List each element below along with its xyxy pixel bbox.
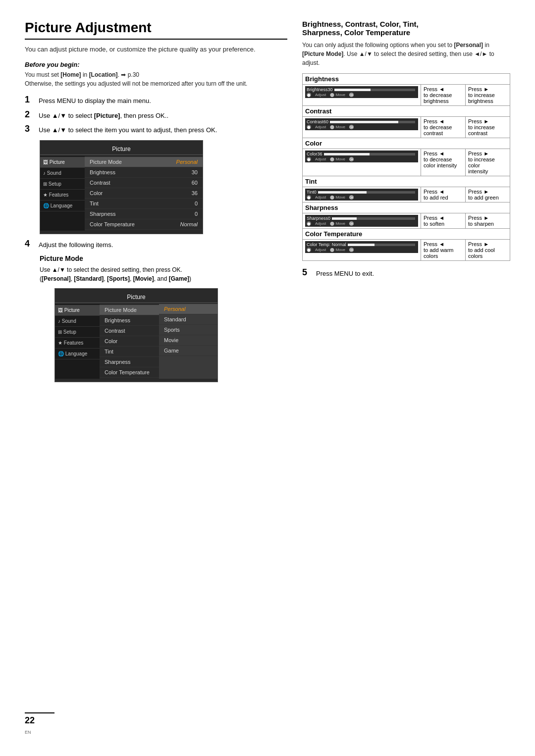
brightness-row: Brightness30 ⬤Adjust ⬤ Move OK Press ◄to… (303, 85, 510, 106)
tint-press-right: Press ►to add green (466, 187, 510, 202)
step-number-1: 1 (25, 95, 39, 105)
sidebar-picture: 🖼 Picture (40, 157, 85, 168)
before-begin-label: Before you begin: (25, 61, 287, 68)
menu-screenshot-2: Picture 🖼 Picture ♪ Sound ⊞ Setup ★ Feat… (54, 288, 218, 382)
picture-mode-section: Picture Mode Use ▲/▼ to select the desir… (40, 254, 287, 382)
menu-row-tint: Tint0 (85, 199, 203, 209)
sharpness-label: Sharpness (303, 202, 510, 213)
color-press-left: Press ◄to decreasecolor intensity (421, 149, 466, 176)
step-text-5: Press MENU to exit. (316, 269, 510, 279)
step-number-2: 2 (25, 109, 39, 120)
menu-sidebar-1: 🖼 Picture ♪ Sound ⊞ Setup ★ Features 🌐 L… (40, 156, 85, 231)
sidebar2-sound: ♪ Sound (55, 316, 100, 327)
step-text-3: Use ▲/▼ to select the item you want to a… (39, 125, 287, 135)
tint-label: Tint (303, 176, 510, 187)
step-2: 2 Use ▲/▼ to select [Picture], then pres… (25, 111, 287, 121)
color-temp-label-row: Color Temperature (303, 229, 510, 240)
menu2-contrast: Contrast (100, 326, 159, 336)
sharpness-row: Sharpness0 ⬤Adjust ⬤ Move OK Press ◄to s… (303, 213, 510, 229)
contrast-label: Contrast (303, 106, 510, 117)
menu-row-contrast: Contrast60 (85, 178, 203, 188)
menu-body-1: 🖼 Picture ♪ Sound ⊞ Setup ★ Features 🌐 L… (40, 156, 203, 231)
step-3: 3 Use ▲/▼ to select the item you want to… (25, 125, 287, 135)
contrast-row: Contrast60 ⬤Adjust ⬤ Move OK Press ◄to d… (303, 117, 510, 138)
step-5: 5 Press MENU to exit. (302, 269, 510, 279)
brightness-label-row: Brightness (303, 74, 510, 85)
tint-press-left: Press ◄to add red (421, 187, 466, 202)
tint-mini: Tint0 ⬤Adjust ⬤ Move OK (303, 187, 421, 202)
option-standard: Standard (159, 314, 217, 325)
step-text-2: Use ▲/▼ to select [Picture], then press … (39, 111, 287, 121)
color-label: Color (303, 138, 510, 149)
right-section-heading: Brightness, Contrast, Color, Tint,Sharpn… (302, 20, 510, 37)
option-personal: Personal (159, 304, 217, 314)
menu-header-2: Picture (55, 292, 217, 303)
step-number-3: 3 (25, 124, 39, 134)
menu2-brightness: Brightness (100, 315, 159, 326)
option-game: Game (159, 346, 217, 356)
color-press-right: Press ►to increase colorintensity (466, 149, 510, 176)
picture-mode-text: Use ▲/▼ to select the desired setting, t… (40, 265, 287, 283)
sidebar2-features: ★ Features (55, 338, 100, 349)
menu-screenshot-1: Picture 🖼 Picture ♪ Sound ⊞ Setup ★ Feat… (40, 140, 203, 234)
sidebar-language: 🌐 Language (40, 201, 85, 211)
sharpness-press-left: Press ◄to soften (421, 213, 466, 229)
page-number: 22 EN (25, 712, 54, 736)
menu2-picture-mode: Picture Mode (100, 305, 159, 315)
before-begin-text: You must set [Home] in [Location]. ➡ p.3… (25, 70, 287, 88)
option-movie: Movie (159, 335, 217, 346)
brightness-press-left: Press ◄to decreasebrightness (421, 85, 466, 106)
menu2-color-temp: Color Temperature (100, 367, 159, 378)
sharpness-mini: Sharpness0 ⬤Adjust ⬤ Move OK (303, 213, 421, 229)
sidebar2-picture: 🖼 Picture (55, 305, 100, 316)
page-title: Picture Adjustment (25, 20, 287, 40)
sidebar-sound: ♪ Sound (40, 168, 85, 179)
tint-row: Tint0 ⬤Adjust ⬤ Move OK Press ◄to add re… (303, 187, 510, 202)
sidebar2-language: 🌐 Language (55, 349, 100, 359)
step-4: 4 Adjust the following items. (25, 240, 287, 250)
sidebar-features: ★ Features (40, 190, 85, 201)
menu2-color: Color (100, 336, 159, 347)
menu2-sharpness: Sharpness (100, 357, 159, 367)
sharpness-press-right: Press ►to sharpen (466, 213, 510, 229)
color-temp-row: Color Temp: Normal ⬤Adjust ⬤ Move OK Pre… (303, 240, 510, 261)
menu-row-sharpness: Sharpness0 (85, 209, 203, 219)
step-text-1: Press MENU to display the main menu. (39, 96, 287, 106)
page-number-value: 22 (25, 715, 35, 725)
contrast-mini: Contrast60 ⬤Adjust ⬤ Move OK (303, 117, 421, 138)
menu-row-color: Color36 (85, 188, 203, 199)
page-number-sub: EN (25, 730, 31, 735)
color-temp-label: Color Temperature (303, 229, 510, 240)
menu-row-brightness: Brightness30 (85, 167, 203, 178)
right-section-intro: You can only adjust the following option… (302, 41, 510, 67)
menu-options-panel: Personal Standard Sports Movie Game (159, 304, 217, 379)
menu-header-1: Picture (40, 144, 203, 155)
brightness-label: Brightness (303, 74, 510, 85)
brightness-mini: Brightness30 ⬤Adjust ⬤ Move OK (303, 85, 421, 106)
sidebar-setup: ⊞ Setup (40, 179, 85, 190)
menu-body-2: 🖼 Picture ♪ Sound ⊞ Setup ★ Features 🌐 L… (55, 304, 217, 379)
contrast-label-row: Contrast (303, 106, 510, 117)
adjustments-table: Brightness Brightness30 ⬤Adjust ⬤ Move O… (302, 73, 510, 261)
menu-content-2: Picture Mode Brightness Contrast Color T… (100, 304, 159, 379)
step-number-4: 4 (25, 239, 39, 249)
menu-row-color-temp: Color TemperatureNormal (85, 219, 203, 230)
contrast-press-left: Press ◄to decreasecontrast (421, 117, 466, 138)
color-label-row: Color (303, 138, 510, 149)
menu-sidebar-2: 🖼 Picture ♪ Sound ⊞ Setup ★ Features 🌐 L… (55, 304, 100, 379)
tint-label-row: Tint (303, 176, 510, 187)
color-mini: Color36 ⬤Adjust ⬤ Move OK (303, 149, 421, 176)
right-column: Brightness, Contrast, Color, Tint,Sharpn… (302, 20, 510, 387)
color-row: Color36 ⬤Adjust ⬤ Move OK Press ◄to decr… (303, 149, 510, 176)
option-sports: Sports (159, 325, 217, 335)
color-temp-press-right: Press ►to add coolcolors (466, 240, 510, 261)
sharpness-label-row: Sharpness (303, 202, 510, 213)
intro-text: You can adjust picture mode, or customiz… (25, 46, 287, 53)
contrast-press-right: Press ►to increasecontrast (466, 117, 510, 138)
color-temp-mini: Color Temp: Normal ⬤Adjust ⬤ Move OK (303, 240, 421, 261)
sidebar2-setup: ⊞ Setup (55, 327, 100, 338)
step-text-4: Adjust the following items. (39, 240, 287, 250)
menu-content-1: Picture ModePersonal Brightness30 Contra… (85, 156, 203, 231)
step-1: 1 Press MENU to display the main menu. (25, 96, 287, 106)
brightness-press-right: Press ►to increasebrightness (466, 85, 510, 106)
